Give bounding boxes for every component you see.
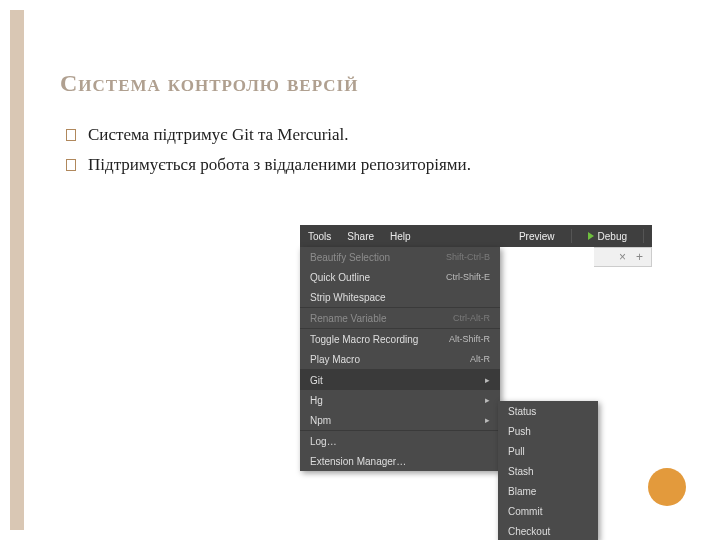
tools-dropdown: Beautify Selection Shift-Ctrl-B Quick Ou… <box>300 247 500 471</box>
menu-tools[interactable]: Tools <box>308 231 331 242</box>
menu-shortcut: Ctrl-Alt-R <box>453 313 490 323</box>
menu-item-play-macro[interactable]: Play Macro Alt-R <box>300 349 500 369</box>
menu-item-beautify[interactable]: Beautify Selection Shift-Ctrl-B <box>300 247 500 267</box>
menu-label: Stash <box>508 466 534 477</box>
close-tab-icon[interactable]: × <box>619 250 626 264</box>
bullet-item: Система підтримує Git та Mercurial. <box>66 125 680 145</box>
bullet-item: Підтримується робота з віддаленими репоз… <box>66 155 680 175</box>
menu-label: Checkout <box>508 526 550 537</box>
submenu-item-blame[interactable]: Blame <box>498 481 598 501</box>
menu-item-toggle-macro[interactable]: Toggle Macro Recording Alt-Shift-R <box>300 329 500 349</box>
bullet-list: Система підтримує Git та Mercurial. Підт… <box>60 125 680 175</box>
chevron-right-icon: ▸ <box>485 395 490 405</box>
debug-label: Debug <box>598 231 627 242</box>
menu-label: Blame <box>508 486 536 497</box>
menu-label: Hg <box>310 395 323 406</box>
submenu-item-status[interactable]: Status <box>498 401 598 421</box>
chevron-right-icon: ▸ <box>485 415 490 425</box>
decorative-circle-icon <box>648 468 686 506</box>
git-submenu: Status Push Pull Stash Blame Commit Chec… <box>498 401 598 540</box>
preview-button[interactable]: Preview <box>519 231 555 242</box>
menu-label: Quick Outline <box>310 272 370 283</box>
menu-item-git[interactable]: Git ▸ <box>300 370 500 390</box>
menu-label: Commit <box>508 506 542 517</box>
separator <box>643 229 644 243</box>
menu-item-quick-outline[interactable]: Quick Outline Ctrl-Shift-E <box>300 267 500 287</box>
menu-label: Toggle Macro Recording <box>310 334 418 345</box>
menu-label: Pull <box>508 446 525 457</box>
menu-item-hg[interactable]: Hg ▸ <box>300 390 500 410</box>
slide-content: Система контролю версій Система підтриму… <box>60 70 680 185</box>
play-icon <box>588 232 594 240</box>
submenu-item-commit[interactable]: Commit <box>498 501 598 521</box>
menu-label: Log… <box>310 436 337 447</box>
menu-label: Status <box>508 406 536 417</box>
tab-strip: × + <box>594 247 652 267</box>
separator <box>571 229 572 243</box>
submenu-item-checkout[interactable]: Checkout <box>498 521 598 540</box>
menu-shortcut: Ctrl-Shift-E <box>446 272 490 282</box>
submenu-item-pull[interactable]: Pull <box>498 441 598 461</box>
menu-label: Git <box>310 375 323 386</box>
menu-label: Push <box>508 426 531 437</box>
menu-label: Npm <box>310 415 331 426</box>
menu-item-strip-whitespace[interactable]: Strip Whitespace <box>300 287 500 307</box>
submenu-item-stash[interactable]: Stash <box>498 461 598 481</box>
menu-label: Play Macro <box>310 354 360 365</box>
menu-help[interactable]: Help <box>390 231 411 242</box>
debug-button[interactable]: Debug <box>588 231 627 242</box>
chevron-right-icon: ▸ <box>485 375 490 385</box>
menubar: Tools Share Help Preview Debug <box>300 225 652 247</box>
menu-shortcut: Shift-Ctrl-B <box>446 252 490 262</box>
slide-accent-bar <box>10 10 24 530</box>
menu-shortcut: Alt-R <box>470 354 490 364</box>
menu-label: Beautify Selection <box>310 252 390 263</box>
menu-label: Extension Manager… <box>310 456 406 467</box>
menu-label: Strip Whitespace <box>310 292 386 303</box>
slide-title: Система контролю версій <box>60 70 680 97</box>
menu-item-npm[interactable]: Npm ▸ <box>300 410 500 430</box>
menu-share[interactable]: Share <box>347 231 374 242</box>
menu-item-extension-manager[interactable]: Extension Manager… <box>300 451 500 471</box>
menu-item-log[interactable]: Log… <box>300 431 500 451</box>
menu-label: Rename Variable <box>310 313 387 324</box>
add-tab-icon[interactable]: + <box>636 250 643 264</box>
menu-item-rename-variable[interactable]: Rename Variable Ctrl-Alt-R <box>300 308 500 328</box>
editor-screenshot: Tools Share Help Preview Debug × + Beaut… <box>300 225 652 471</box>
menu-shortcut: Alt-Shift-R <box>449 334 490 344</box>
submenu-item-push[interactable]: Push <box>498 421 598 441</box>
